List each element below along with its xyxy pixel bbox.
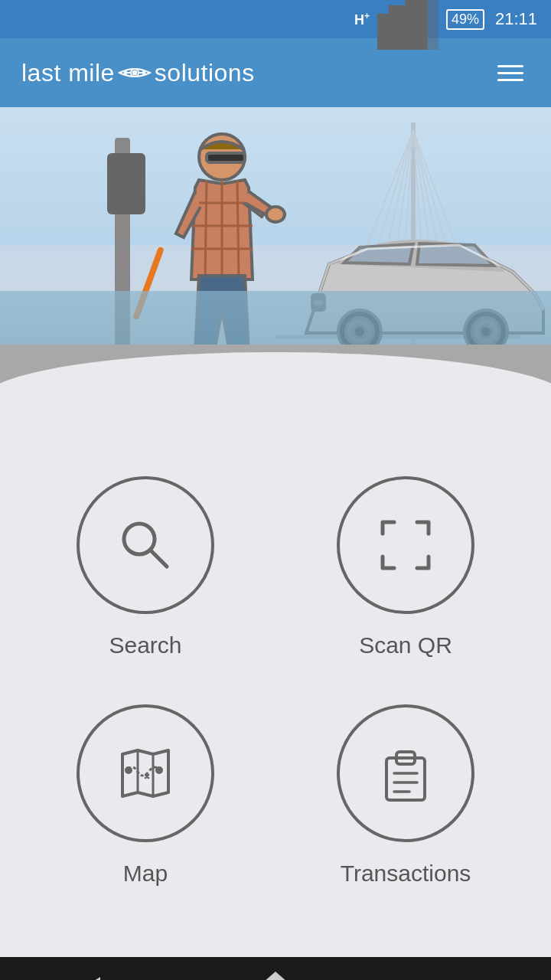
search-circle [77, 476, 214, 614]
svg-point-40 [157, 768, 161, 773]
search-button[interactable]: Search [46, 476, 245, 658]
signal-indicator: H+ [354, 11, 370, 28]
map-circle [77, 704, 214, 842]
map-button[interactable]: Map [46, 704, 245, 887]
logo-right-text: solutions [155, 59, 255, 87]
svg-point-5 [133, 71, 136, 74]
svg-line-36 [150, 550, 167, 567]
signal-bars-icon [377, 0, 439, 50]
status-bar: H+ 49% 21:11 [0, 0, 551, 38]
svg-line-22 [237, 180, 239, 279]
battery-indicator: 49% [446, 9, 484, 30]
hamburger-menu-button[interactable] [491, 59, 530, 87]
app-header: last mile solutions [0, 38, 551, 107]
svg-point-39 [126, 768, 131, 773]
svg-line-20 [205, 180, 207, 279]
back-icon [83, 977, 100, 980]
recents-button[interactable] [429, 957, 490, 980]
qr-scan-icon [375, 514, 436, 576]
water-background [0, 291, 551, 352]
svg-rect-2 [411, 2, 422, 47]
menu-line-2 [497, 72, 523, 74]
svg-rect-1 [394, 11, 406, 47]
menu-line-3 [497, 79, 523, 81]
main-content: Search Scan QR [0, 398, 551, 957]
action-grid: Search Scan QR [46, 476, 505, 887]
home-button[interactable] [245, 957, 306, 980]
time-display: 21:11 [495, 9, 537, 29]
logo-eye-icon [118, 65, 152, 80]
bottom-navigation [0, 957, 551, 980]
transactions-circle [337, 704, 474, 842]
map-icon [115, 743, 176, 804]
app-logo: last mile solutions [21, 59, 255, 87]
search-label: Search [109, 632, 181, 658]
menu-line-1 [497, 65, 523, 67]
search-icon [115, 514, 176, 576]
logo-left-text: last mile [21, 59, 115, 87]
transactions-button[interactable]: Transactions [306, 704, 505, 887]
scan-qr-circle [337, 476, 474, 614]
svg-rect-0 [377, 19, 389, 47]
scan-qr-button[interactable]: Scan QR [306, 476, 505, 658]
svg-rect-19 [207, 153, 245, 162]
charger-box [107, 153, 145, 214]
svg-point-26 [266, 207, 285, 222]
hero-image [0, 107, 551, 398]
svg-rect-3 [427, 0, 439, 47]
transactions-icon [375, 743, 436, 804]
back-button[interactable] [61, 957, 122, 980]
transactions-label: Transactions [341, 861, 471, 887]
scan-qr-label: Scan QR [359, 632, 452, 658]
map-label: Map [123, 861, 168, 887]
